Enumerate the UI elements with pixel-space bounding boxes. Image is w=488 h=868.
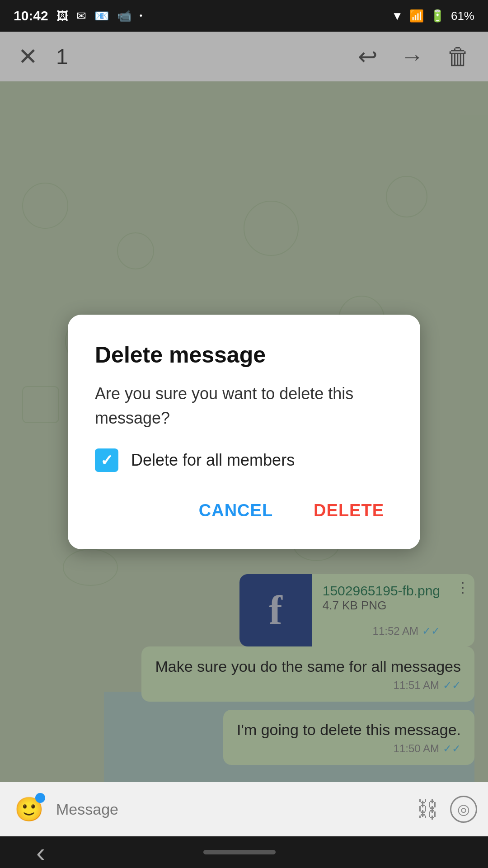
reply-back-icon[interactable]: ↩ <box>358 43 378 70</box>
gmail-icon: ✉ <box>76 9 86 23</box>
delete-button[interactable]: DELETE <box>305 495 393 527</box>
paperclip-icon[interactable]: ⛓ <box>417 797 438 822</box>
status-bar: 10:42 🖼 ✉ 📧 📹 • ▼ 📶 🔋 61% <box>0 0 488 32</box>
video-icon: 📹 <box>117 9 131 23</box>
checkbox-row[interactable]: ✓ Delete for all members <box>95 448 393 472</box>
battery-icon: 🔋 <box>430 9 445 23</box>
home-pill[interactable] <box>203 850 276 854</box>
checkbox-label: Delete for all members <box>131 451 295 470</box>
message-input[interactable] <box>56 791 408 827</box>
message-input-area: 🙂 ⛓ ◎ <box>0 782 488 836</box>
delete-for-all-checkbox[interactable]: ✓ <box>95 448 118 472</box>
chat-background: f 1502965195-fb.png 4.7 KB PNG 11:52 AM … <box>0 81 488 782</box>
dialog-title: Delete message <box>95 342 393 368</box>
dot-icon: • <box>140 11 142 21</box>
back-button[interactable]: ‹ <box>36 837 45 868</box>
wifi-icon: ▼ <box>391 9 403 23</box>
email-icon: 📧 <box>94 9 109 23</box>
dialog-body: Are you sure you want to delete this mes… <box>95 382 393 430</box>
navigation-bar: ‹ <box>0 836 488 868</box>
check-icon: ✓ <box>100 453 113 468</box>
emoji-button[interactable]: 🙂 <box>11 791 47 827</box>
battery-level: 61% <box>451 9 474 23</box>
input-right-icons: ⛓ ◎ <box>417 796 477 823</box>
dialog-container: Delete message Are you sure you want to … <box>0 81 488 782</box>
selected-count: 1 <box>56 44 340 69</box>
reply-forward-icon[interactable]: → <box>400 43 424 70</box>
delete-icon[interactable]: 🗑 <box>446 43 470 70</box>
cancel-button[interactable]: CANCEL <box>190 495 282 527</box>
gallery-icon: 🖼 <box>56 9 68 23</box>
emoji-badge <box>35 793 45 803</box>
dialog-buttons: CANCEL DELETE <box>95 495 393 527</box>
delete-message-dialog: Delete message Are you sure you want to … <box>68 315 420 549</box>
camera-icon[interactable]: ◎ <box>450 796 477 823</box>
action-bar: ✕ 1 ↩ → 🗑 <box>0 32 488 81</box>
close-icon[interactable]: ✕ <box>18 43 38 70</box>
time-display: 10:42 <box>14 8 48 24</box>
signal-icon: 📶 <box>409 9 424 23</box>
